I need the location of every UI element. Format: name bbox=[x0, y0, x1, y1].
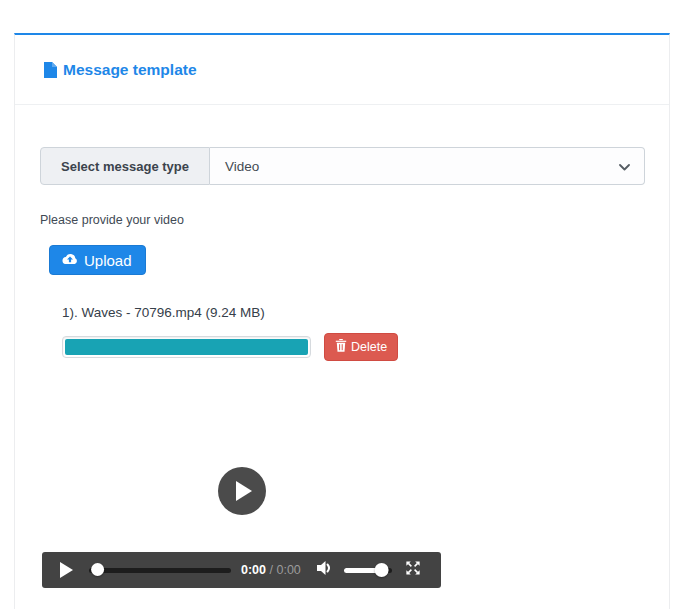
message-type-select[interactable]: Video bbox=[210, 147, 645, 185]
cloud-upload-icon bbox=[61, 252, 79, 269]
volume-slider[interactable] bbox=[344, 563, 392, 577]
uploaded-file-label: 1). Waves - 70796.mp4 (9.24 MB) bbox=[62, 305, 645, 320]
upload-button[interactable]: Upload bbox=[49, 245, 146, 275]
duration: 0:00 bbox=[276, 563, 300, 577]
volume-thumb[interactable] bbox=[375, 563, 389, 577]
card-body: Select message type Video Please provide… bbox=[15, 105, 669, 589]
message-type-selected-value: Video bbox=[225, 159, 259, 174]
mute-button[interactable] bbox=[315, 560, 333, 580]
delete-button-label: Delete bbox=[351, 340, 387, 354]
upload-button-label: Upload bbox=[84, 252, 132, 269]
big-play-button[interactable] bbox=[218, 467, 266, 515]
play-icon bbox=[236, 481, 252, 501]
chevron-down-icon bbox=[619, 159, 630, 174]
seek-thumb[interactable] bbox=[91, 563, 104, 576]
seek-bar[interactable] bbox=[89, 563, 231, 577]
trash-icon bbox=[335, 339, 347, 355]
message-type-group: Select message type Video bbox=[40, 147, 645, 185]
progress-row: Delete bbox=[62, 333, 645, 361]
card-header: Message template bbox=[15, 35, 669, 105]
play-button[interactable] bbox=[60, 562, 73, 578]
message-template-card: Message template Select message type Vid… bbox=[14, 33, 670, 609]
page: Message template Select message type Vid… bbox=[0, 0, 674, 609]
page-title-text: Message template bbox=[63, 61, 197, 79]
progress-fill bbox=[65, 339, 308, 355]
time-display: 0:00 / 0:00 bbox=[241, 563, 301, 577]
video-player: 0:00 / 0:00 bbox=[42, 387, 441, 589]
delete-button[interactable]: Delete bbox=[324, 333, 398, 361]
current-time: 0:00 bbox=[241, 563, 266, 577]
page-title: Message template bbox=[44, 61, 197, 79]
speaker-icon bbox=[315, 560, 333, 580]
upload-progress bbox=[62, 336, 311, 358]
fullscreen-button[interactable] bbox=[405, 560, 421, 580]
player-controls: 0:00 / 0:00 bbox=[42, 552, 441, 588]
helper-text: Please provide your video bbox=[40, 213, 645, 227]
file-icon bbox=[44, 62, 57, 78]
select-message-type-label: Select message type bbox=[40, 147, 210, 185]
fullscreen-icon bbox=[405, 560, 421, 580]
seek-track bbox=[89, 568, 231, 573]
